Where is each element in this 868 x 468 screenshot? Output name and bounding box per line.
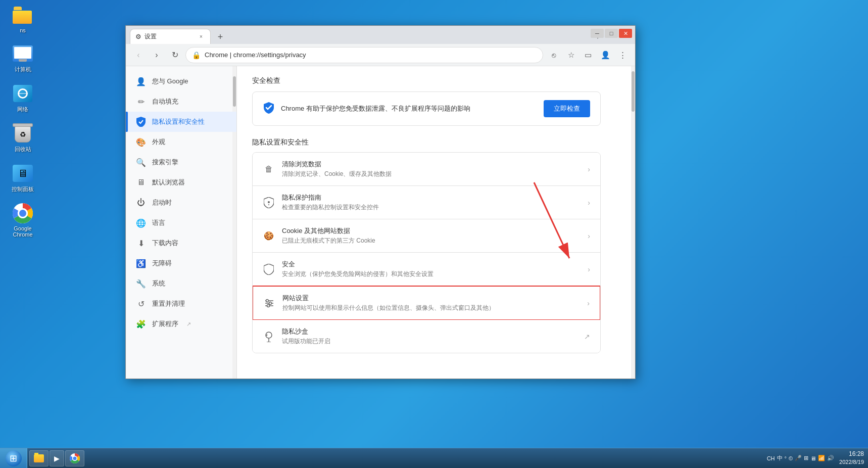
check-now-button[interactable]: 立即检查 (544, 100, 590, 117)
tray-network-tray[interactable]: 📶 (818, 455, 825, 461)
address-bar[interactable]: 🔒 Chrome | chrome://settings/privacy (185, 47, 543, 63)
computer-icon (13, 43, 33, 64)
sidebar-label-reset: 重置并清理 (152, 299, 185, 308)
media-play-icon: ▶ (54, 454, 60, 462)
sidebar: 👤 您与 Google ✏ 自动填充 (126, 66, 237, 379)
privacy-guide-icon (263, 197, 275, 209)
share-icon[interactable]: ⎋ (546, 48, 561, 63)
sidebar-label-privacy: 隐私设置和安全性 (152, 117, 205, 126)
privacy-guide-text: 隐私保护指南 检查重要的隐私控制设置和安全控件 (282, 193, 581, 212)
sidebar-item-privacy[interactable]: 隐私设置和安全性 (126, 112, 236, 132)
clear-browsing-subtitle: 清除浏览记录、Cookie、缓存及其他数据 (282, 170, 581, 178)
download-icon: ⬇ (136, 238, 146, 248)
back-button[interactable]: ‹ (131, 48, 146, 63)
sidebar-item-browser[interactable]: 🖥 默认浏览器 (126, 172, 236, 193)
content-scrollbar[interactable] (631, 66, 635, 379)
person-icon: 👤 (136, 76, 146, 86)
tray-degree: ° (785, 455, 787, 461)
desktop-icon-network[interactable]: 网络 (5, 83, 40, 113)
power-icon: ⏻ (136, 198, 146, 208)
account-icon[interactable]: 👤 (598, 48, 613, 63)
cookie-icon: 🍪 (263, 230, 275, 242)
start-orb: ⊞ (6, 450, 22, 466)
sidebar-item-downloads[interactable]: ⬇ 下载内容 (126, 233, 236, 253)
taskbar-chrome-icon (70, 453, 80, 463)
taskbar: ⊞ ▶ (0, 448, 868, 468)
taskbar-media-player[interactable]: ▶ (50, 450, 64, 466)
autofill-icon: ✏ (136, 97, 146, 107)
sidebar-item-reset[interactable]: ↺ 重置并清理 (126, 294, 236, 314)
tray-kb[interactable]: ⊞ (804, 455, 808, 461)
desktop-icon-chrome[interactable]: Google Chrome (5, 203, 40, 238)
tab-close-button[interactable]: × (197, 33, 205, 41)
sidebar-item-appearance[interactable]: 🎨 外观 (126, 132, 236, 152)
desktop-icon-control[interactable]: 🖥 控制面板 (5, 163, 40, 193)
extensions-external-icon: ↗ (186, 321, 191, 327)
accessibility-icon: ♿ (136, 258, 146, 268)
tray-monitor[interactable]: 🖥 (810, 455, 816, 461)
sidebar-item-startup[interactable]: ⏻ 启动时 (126, 193, 236, 213)
new-tab-button[interactable]: + (213, 30, 228, 44)
desktop-icon-computer[interactable]: 计算机 (5, 43, 40, 73)
extensions-icon: 🧩 (136, 319, 146, 329)
privacy-sandbox-external-icon: ↗ (584, 333, 590, 341)
close-button[interactable]: ✕ (619, 29, 632, 38)
maximize-button[interactable]: □ (605, 29, 618, 38)
navigation-bar: ‹ › ↻ 🔒 Chrome | chrome://settings/priva… (126, 44, 635, 66)
sidebar-item-extensions[interactable]: 🧩 扩展程序 ↗ (126, 314, 236, 334)
menu-icon[interactable]: ⋮ (615, 48, 630, 63)
settings-tab[interactable]: ⚙ 设置 × (130, 29, 211, 44)
svg-point-2 (19, 210, 26, 217)
desktop-icon-ns[interactable]: ns (5, 5, 40, 33)
start-button[interactable]: ⊞ (0, 448, 27, 469)
minimize-button[interactable]: ─ (591, 29, 604, 38)
privacy-guide-subtitle: 检查重要的隐私控制设置和安全控件 (282, 203, 581, 212)
computer-icon-label: 计算机 (15, 66, 31, 73)
tray-copyright: © (789, 455, 793, 461)
site-settings-row[interactable]: 网站设置 控制网站可以使用和显示什么信息（如位置信息、摄像头、弹出式窗口及其他）… (252, 286, 601, 320)
control-panel-icon: 🖥 (13, 163, 33, 183)
tray-sound[interactable]: 🔊 (827, 455, 834, 461)
clear-browsing-row[interactable]: 🗑 清除浏览数据 清除浏览记录、Cookie、缓存及其他数据 › (253, 153, 600, 186)
taskbar-clock[interactable]: 16:28 2022/8/19 (839, 450, 864, 466)
site-settings-arrow: › (587, 299, 590, 307)
desktop-icons-container: ns 计算机 网络 (5, 5, 40, 238)
sidebar-item-autofill[interactable]: ✏ 自动填充 (126, 91, 236, 112)
tray-mic[interactable]: 🎤 (795, 455, 802, 461)
sidebar-label-you-google: 您与 Google (152, 77, 188, 86)
sidebar-label-system: 系统 (152, 279, 165, 288)
sidebar-item-accessibility[interactable]: ♿ 无障碍 (126, 253, 236, 273)
privacy-guide-row[interactable]: 隐私保护指南 检查重要的隐私控制设置和安全控件 › (253, 186, 600, 219)
bookmark-icon[interactable]: ☆ (563, 48, 578, 63)
sidebar-item-you-google[interactable]: 👤 您与 Google (126, 71, 236, 91)
desktop-icon-recycle[interactable]: ♻ 回收站 (5, 123, 40, 153)
privacy-sandbox-text: 隐私沙盒 试用版功能已开启 (282, 327, 577, 346)
chrome-desktop-icon-label: Google Chrome (5, 225, 40, 238)
cookies-title: Cookie 及其他网站数据 (282, 226, 581, 236)
main-content: 👤 您与 Google ✏ 自动填充 (126, 66, 635, 379)
ns-icon-label: ns (20, 27, 26, 33)
tray-lang-ch[interactable]: CH (767, 455, 775, 461)
refresh-button[interactable]: ↻ (167, 48, 182, 63)
chrome-window: ⚙ 设置 × + ▾ ─ □ ✕ ‹ › ↻ 🔒 Chrome (125, 25, 636, 379)
sidebar-item-system[interactable]: 🔧 系统 (126, 273, 236, 294)
privacy-sandbox-row[interactable]: 隐私沙盒 试用版功能已开启 ↗ (253, 320, 600, 353)
security-row[interactable]: 安全 安全浏览（保护您免受危险网站的侵害）和其他安全设置 › (253, 253, 600, 286)
privacy-guide-arrow: › (588, 199, 590, 207)
cookies-row[interactable]: 🍪 Cookie 及其他网站数据 已阻止无痕模式下的第三方 Cookie › (253, 219, 600, 253)
sidebar-label-appearance: 外观 (152, 137, 165, 147)
system-icon: 🔧 (136, 278, 146, 289)
clock-time: 16:28 (839, 450, 864, 458)
tray-lang-zh[interactable]: 中 (777, 454, 783, 462)
tab-bar: ⚙ 设置 × + (130, 26, 228, 44)
svg-point-3 (268, 201, 270, 203)
taskbar-file-explorer[interactable] (29, 450, 49, 466)
sidebar-item-search[interactable]: 🔍 搜索引擎 (126, 152, 236, 172)
recycle-icon: ♻ (13, 123, 33, 144)
forward-button[interactable]: › (149, 48, 164, 63)
reading-mode-icon[interactable]: ▭ (581, 48, 596, 63)
taskbar-chrome[interactable] (65, 450, 84, 466)
security-shield-icon (263, 263, 275, 275)
sidebar-item-language[interactable]: 🌐 语言 (126, 213, 236, 233)
nav-icons-right: ⎋ ☆ ▭ 👤 ⋮ (546, 48, 630, 63)
